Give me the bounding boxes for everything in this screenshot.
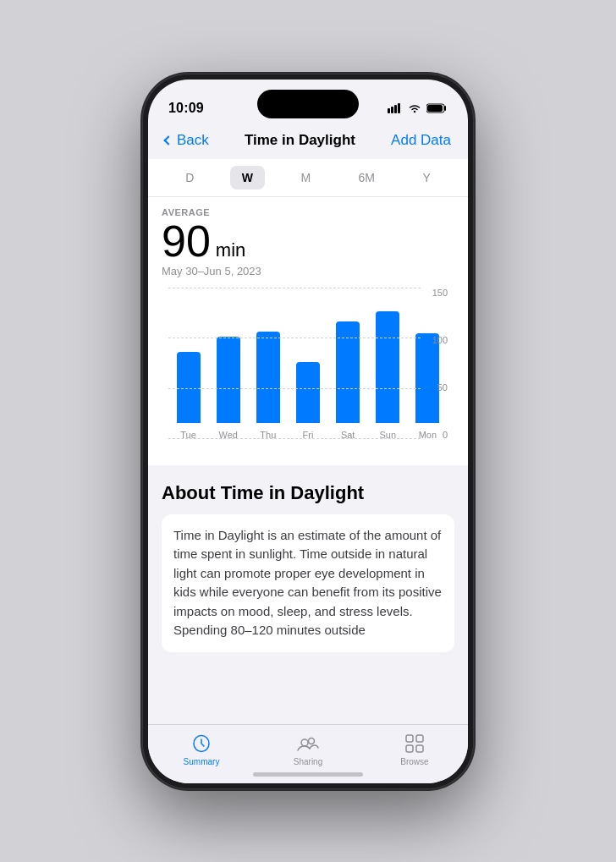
signal-icon (388, 103, 403, 113)
chart-section: AVERAGE 90 min May 30–Jun 5, 2023 (148, 197, 468, 465)
svg-rect-9 (416, 735, 423, 742)
bar-thu (256, 332, 280, 423)
about-card: Time in Daylight is an estimate of the a… (162, 514, 454, 652)
status-icons (388, 103, 448, 113)
period-btn-w[interactable]: W (230, 166, 265, 189)
bar-label-wed: Wed (219, 430, 238, 440)
svg-rect-5 (427, 105, 443, 112)
bar-wed (217, 337, 240, 423)
svg-point-6 (301, 739, 308, 746)
tab-sharing-label: Sharing (294, 757, 322, 766)
period-btn-6m[interactable]: 6M (347, 166, 387, 189)
nav-title: Time in Daylight (245, 132, 355, 149)
bar-label-tue: Tue (180, 430, 196, 440)
date-range: May 30–Jun 5, 2023 (162, 265, 454, 277)
about-text: Time in Daylight is an estimate of the a… (173, 526, 443, 640)
bar-group-wed: Wed (208, 337, 248, 440)
chart-bars: Tue Wed Thu Fri (162, 288, 454, 440)
bar-fri (296, 362, 320, 423)
bar-label-sun: Sun (379, 430, 396, 440)
tab-browse[interactable]: Browse (361, 732, 468, 766)
bar-group-thu: Thu (248, 332, 288, 440)
nav-header: Back Time in Daylight Add Data (148, 125, 468, 159)
about-section: About Time in Daylight Time in Daylight … (148, 465, 468, 662)
dynamic-island (257, 90, 359, 118)
bar-label-sat: Sat (341, 430, 355, 440)
svg-rect-1 (391, 107, 393, 113)
average-label: AVERAGE (162, 207, 454, 217)
period-selector: D W M 6M Y (148, 159, 468, 197)
status-time: 10:09 (168, 101, 204, 116)
home-indicator (253, 772, 363, 777)
y-label-50: 50 (437, 382, 448, 393)
y-label-150: 150 (432, 288, 448, 298)
period-btn-d[interactable]: D (173, 166, 206, 189)
bar-sun (376, 311, 399, 423)
svg-rect-10 (406, 745, 413, 752)
svg-rect-2 (394, 105, 397, 113)
back-button[interactable]: Back (165, 132, 209, 149)
tab-browse-label: Browse (400, 757, 428, 766)
screen: 10:09 (148, 80, 468, 783)
average-unit: min (216, 239, 245, 261)
gridline-150 (168, 288, 421, 288)
bar-group-fri: Fri (288, 362, 327, 440)
back-label: Back (177, 132, 209, 149)
period-btn-y[interactable]: Y (410, 166, 442, 189)
average-value: 90 min (162, 219, 454, 263)
average-number: 90 (162, 219, 211, 263)
bar-label-fri: Fri (303, 430, 314, 440)
chart-container: Tue Wed Thu Fri (162, 288, 454, 465)
tab-sharing[interactable]: Sharing (255, 732, 361, 766)
summary-icon (190, 732, 213, 755)
svg-point-7 (309, 738, 315, 744)
content: D W M 6M Y AVERAGE 90 min May 30–Jun 5, … (148, 159, 468, 724)
y-label-0: 0 (443, 430, 448, 440)
tab-summary-label: Summary (184, 757, 220, 766)
chart-y-axis: 150 100 50 0 (432, 288, 448, 440)
about-title: About Time in Daylight (162, 482, 454, 504)
bar-group-tue: Tue (168, 352, 208, 440)
bar-tue (177, 352, 201, 423)
svg-rect-11 (416, 745, 423, 752)
period-btn-m[interactable]: M (289, 166, 322, 189)
svg-rect-8 (406, 735, 413, 742)
bar-sat (336, 321, 360, 423)
add-data-button[interactable]: Add Data (391, 132, 451, 149)
wifi-icon (408, 103, 421, 113)
phone-frame: 10:09 (143, 74, 473, 788)
bar-label-thu: Thu (260, 430, 276, 440)
bar-group-sat: Sat (328, 321, 368, 440)
battery-icon (426, 103, 448, 113)
tab-summary[interactable]: Summary (148, 732, 255, 766)
browse-icon (403, 732, 426, 755)
y-label-100: 100 (432, 335, 448, 345)
sharing-icon (296, 732, 320, 755)
svg-rect-0 (388, 108, 390, 113)
bar-group-sun: Sun (368, 311, 408, 440)
svg-rect-3 (398, 103, 400, 113)
chevron-left-icon (163, 135, 173, 145)
